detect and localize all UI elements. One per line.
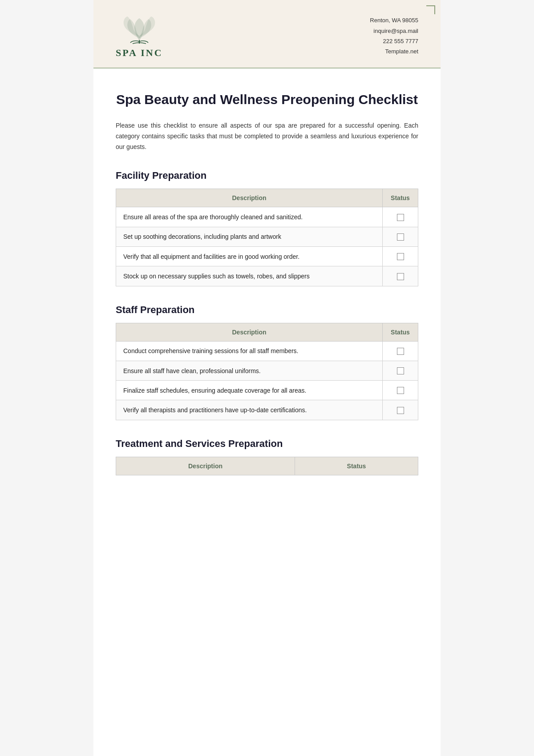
row-description: Set up soothing decorations, including p… bbox=[116, 227, 383, 246]
table-row: Set up soothing decorations, including p… bbox=[116, 227, 418, 246]
checkbox[interactable] bbox=[397, 253, 404, 260]
contact-address: Renton, WA 98055 bbox=[370, 15, 418, 25]
table-row: Ensure all staff have clean, professiona… bbox=[116, 361, 418, 380]
staff-desc-header: Description bbox=[116, 323, 383, 341]
facility-status-header: Status bbox=[383, 189, 418, 207]
facility-desc-header: Description bbox=[116, 189, 383, 207]
row-status[interactable] bbox=[383, 381, 418, 400]
contact-info: Renton, WA 98055 inquire@spa.mail 222 55… bbox=[370, 15, 418, 57]
treatment-table: Description Status bbox=[116, 457, 418, 475]
checkbox[interactable] bbox=[397, 273, 404, 280]
main-content: Spa Beauty and Wellness Preopening Check… bbox=[93, 68, 441, 515]
checkbox[interactable] bbox=[397, 348, 404, 355]
treatment-status-header: Status bbox=[295, 457, 418, 475]
table-row: Conduct comprehensive training sessions … bbox=[116, 341, 418, 361]
page-title: Spa Beauty and Wellness Preopening Check… bbox=[116, 91, 418, 108]
row-description: Verify that all equipment and facilities… bbox=[116, 246, 383, 266]
table-header-row-staff: Description Status bbox=[116, 323, 418, 341]
corner-bracket-decoration bbox=[426, 5, 435, 14]
checkbox[interactable] bbox=[397, 367, 404, 374]
row-status[interactable] bbox=[383, 341, 418, 361]
table-row: Verify that all equipment and facilities… bbox=[116, 246, 418, 266]
checkbox[interactable] bbox=[397, 387, 404, 394]
table-row: Stock up on necessary supplies such as t… bbox=[116, 266, 418, 286]
row-description: Ensure all staff have clean, professiona… bbox=[116, 361, 383, 380]
checkbox[interactable] bbox=[397, 233, 404, 241]
table-row: Ensure all areas of the spa are thorough… bbox=[116, 207, 418, 227]
facility-table: Description Status Ensure all areas of t… bbox=[116, 189, 418, 286]
row-description: Ensure all areas of the spa are thorough… bbox=[116, 207, 383, 227]
checkbox[interactable] bbox=[397, 407, 404, 414]
staff-status-header: Status bbox=[383, 323, 418, 341]
header: SPA INC Renton, WA 98055 inquire@spa.mai… bbox=[93, 0, 441, 68]
row-status[interactable] bbox=[383, 361, 418, 380]
section-title-facility: Facility Preparation bbox=[116, 170, 418, 181]
table-row: Verify all therapists and practitioners … bbox=[116, 400, 418, 420]
staff-table: Description Status Conduct comprehensive… bbox=[116, 323, 418, 420]
logo-section: SPA INC bbox=[116, 13, 163, 59]
row-status[interactable] bbox=[383, 400, 418, 420]
intro-text: Please use this checklist to ensure all … bbox=[116, 121, 418, 152]
treatment-desc-header: Description bbox=[116, 457, 295, 475]
row-description: Finalize staff schedules, ensuring adequ… bbox=[116, 381, 383, 400]
logo-icon bbox=[119, 13, 159, 44]
section-title-treatment: Treatment and Services Preparation bbox=[116, 438, 418, 450]
contact-website: Template.net bbox=[370, 46, 418, 56]
table-header-row-facility: Description Status bbox=[116, 189, 418, 207]
table-header-row-treatment: Description Status bbox=[116, 457, 418, 475]
table-row: Finalize staff schedules, ensuring adequ… bbox=[116, 381, 418, 400]
row-description: Verify all therapists and practitioners … bbox=[116, 400, 383, 420]
contact-email: inquire@spa.mail bbox=[370, 26, 418, 36]
row-status[interactable] bbox=[383, 246, 418, 266]
row-status[interactable] bbox=[383, 207, 418, 227]
checkbox[interactable] bbox=[397, 214, 404, 221]
row-description: Conduct comprehensive training sessions … bbox=[116, 341, 383, 361]
section-title-staff: Staff Preparation bbox=[116, 304, 418, 316]
page: SPA INC Renton, WA 98055 inquire@spa.mai… bbox=[93, 0, 441, 756]
contact-phone: 222 555 7777 bbox=[370, 36, 418, 46]
row-description: Stock up on necessary supplies such as t… bbox=[116, 266, 383, 286]
row-status[interactable] bbox=[383, 227, 418, 246]
row-status[interactable] bbox=[383, 266, 418, 286]
company-name: SPA INC bbox=[116, 47, 163, 59]
